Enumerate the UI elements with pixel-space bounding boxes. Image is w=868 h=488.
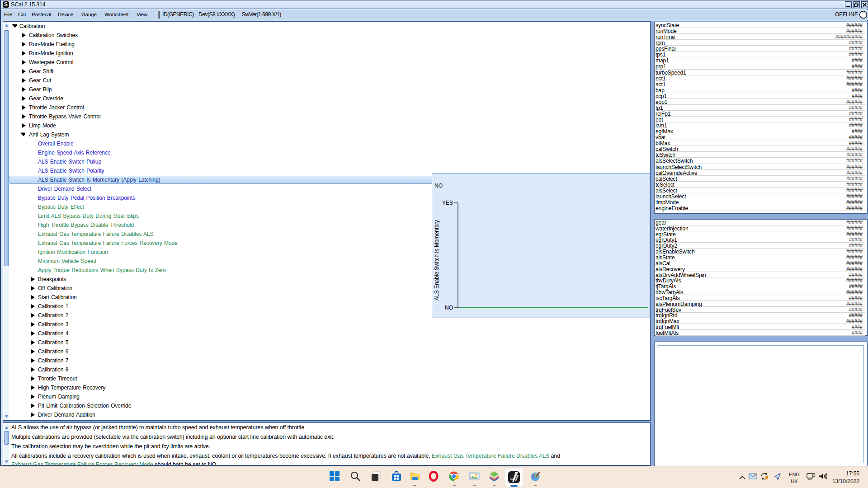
svg-text:YES: YES <box>442 200 453 206</box>
svg-text:NO: NO <box>434 183 443 189</box>
svg-text:NO: NO <box>445 305 453 311</box>
svg-text:ALS Enable Switch Is Momentary: ALS Enable Switch Is Momentary <box>434 220 440 300</box>
svg-text:CAL: CAL <box>510 477 516 480</box>
